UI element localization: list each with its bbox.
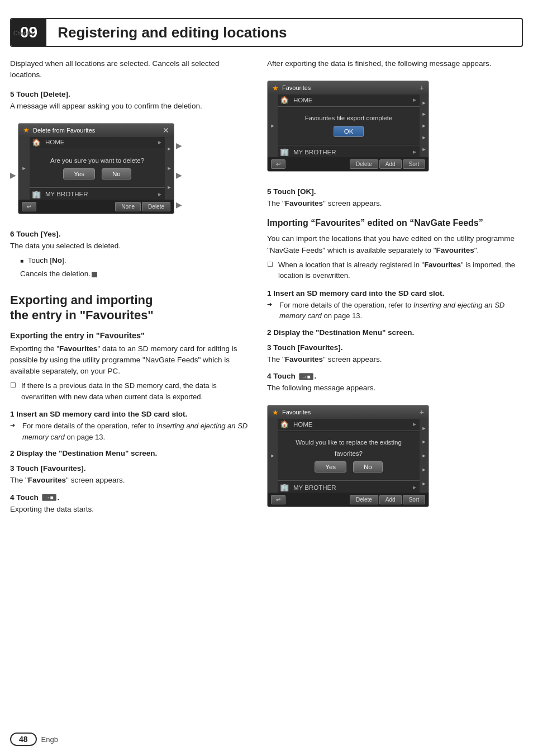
import-section-title: Importing “Favourites” edited on “NavGat… <box>267 218 523 229</box>
ss1-delete-btn[interactable]: Delete <box>142 202 170 211</box>
ss1-dialog-text: Are you sure you want to delete? <box>50 157 144 164</box>
ss1-icon: ★ <box>23 126 30 134</box>
ss3-delete-btn[interactable]: Delete <box>350 495 378 504</box>
ss1-no-btn[interactable]: No <box>102 168 131 179</box>
ss2-dialog: Favourites file export complete OK <box>278 108 420 144</box>
ss3-brother-arrow: ► <box>412 484 417 490</box>
export-note: If there is a previous data in the SD me… <box>10 380 250 402</box>
ss1-divider1 <box>30 149 165 149</box>
ss3-home-icon: 🏠 <box>280 420 290 428</box>
ss2-header-text: Favourites <box>282 84 311 91</box>
step5r-body: The "Favourites" screen appears. <box>267 198 523 209</box>
left-arrow-1: ▶ <box>10 171 16 179</box>
page-number: 48 <box>10 733 37 746</box>
right-intro: After exporting the data is finished, th… <box>267 58 523 69</box>
ss3-icon: ★ <box>272 408 279 417</box>
chapter-title: Registering and editing locations <box>58 24 287 41</box>
ss3-r5: ► <box>422 481 427 486</box>
ss3-dialog-buttons: Yes No <box>315 461 382 472</box>
ss1-right-arrows: ► ► ► <box>165 137 174 200</box>
ss3-r2: ► <box>422 439 427 445</box>
ss1-row-home: 🏠 HOME ► <box>30 137 165 148</box>
step5-body: A message will appear asking you to conf… <box>10 101 250 112</box>
ss2-icon: ★ <box>272 84 279 92</box>
ss3-home-label: HOME <box>293 421 313 428</box>
step6-body: The data you selected is deleted. <box>10 240 250 252</box>
ss3-content: 🏠 HOME ► Would you like to replace the e… <box>278 419 420 493</box>
ss2-plus: + <box>420 83 424 92</box>
ss2-r2: ► <box>422 111 427 117</box>
import-step3-body: The "Favourites" screen appears. <box>267 354 523 365</box>
ss3-spacer <box>287 495 349 504</box>
ss3-sort-btn[interactable]: Sort <box>403 495 425 504</box>
ss2-back-btn[interactable]: ↩ <box>271 159 285 169</box>
chapter-label: Chapter <box>13 30 34 36</box>
ss2-left-arr: ► <box>270 123 275 129</box>
ss1-none-btn[interactable]: None <box>115 202 141 211</box>
ss1-brother-icon: 🏢 <box>32 190 42 199</box>
ss2-divider <box>278 106 420 107</box>
ss1-body-container: ► 🏠 HOME ► Are you sure you want to dele… <box>18 137 174 200</box>
import-step2-label: 2 Display the "Destination Menu" screen. <box>267 328 523 337</box>
ss3-no-btn[interactable]: No <box>353 461 383 472</box>
ss3-left-arr: ► <box>270 453 275 459</box>
export-body: Exporting the "Favourites" data to an SD… <box>10 343 250 377</box>
subsection-export: Exporting the entry in "Favourites" <box>10 331 250 340</box>
step6-label: 6 Touch [Yes]. <box>10 230 250 238</box>
ss1-header: ★ Delete from Favourites ✕ <box>18 124 174 137</box>
ss3-add-btn[interactable]: Add <box>379 495 402 504</box>
ss2-row-brother: 🏢 MY BROTHER ► <box>278 147 420 157</box>
ss1-yes-btn[interactable]: Yes <box>63 168 95 179</box>
ss2-header: ★ Favourites + <box>268 81 429 94</box>
right-arrow-2: ▶ <box>176 171 182 179</box>
ss3-plus: + <box>420 408 424 417</box>
screenshot-3: ★ Favourites + ► 🏠 HOME ► <box>267 405 429 507</box>
right-arrow-3: ▶ <box>176 201 182 209</box>
import-step1-note: For more details of the operation, refer… <box>267 300 523 322</box>
ss1-row-brother: 🏢 MY BROTHER ► <box>30 189 165 200</box>
ss2-ok-btn[interactable]: OK <box>334 126 364 137</box>
intro-text: Displayed when all locations are selecte… <box>10 58 250 81</box>
ss3-yes-btn[interactable]: Yes <box>315 461 346 472</box>
ss1-home-label: HOME <box>45 139 65 145</box>
ss1-home-arrow: ► <box>157 139 163 145</box>
ss1-dialog: Are you sure you want to delete? Yes No <box>30 150 165 186</box>
ss2-left-col: ► <box>268 94 278 157</box>
ss1-right-arr-3: ► <box>167 185 172 190</box>
ss3-divider <box>278 431 420 431</box>
ss2-footer: ↩ Delete Add Sort <box>268 157 429 171</box>
ss2-add-btn[interactable]: Add <box>379 159 402 169</box>
ss1-left-arr-1: ► <box>22 166 27 171</box>
screenshot-export-complete: ★ Favourites + ► 🏠 HOME ► <box>267 75 523 179</box>
ss2-delete-btn[interactable]: Delete <box>350 159 378 169</box>
ss1-right-arr-1: ► <box>167 146 172 152</box>
ss2-row-home: 🏠 HOME ► <box>278 94 420 105</box>
step5-label: 5 Touch [Delete]. <box>10 90 250 98</box>
ss2-brother-icon: 🏢 <box>280 148 290 156</box>
ss1-left-arrows: ► <box>18 137 30 200</box>
ss1-dialog-buttons: Yes No <box>63 168 131 179</box>
ss1-back-btn[interactable]: ↩ <box>22 202 36 211</box>
ss2-r5: ► <box>422 147 427 152</box>
ss2-r4: ► <box>422 135 427 140</box>
ss3-header-text: Favourites <box>282 409 311 415</box>
step6-cancel: Cancels the deletion. <box>10 268 250 280</box>
screenshot-1: ★ Delete from Favourites ✕ ► 🏠 HOME ► <box>18 123 174 214</box>
ss2-home-arrow: ► <box>412 97 417 103</box>
export-step3-label: 3 Touch [Favourites]. <box>10 464 250 472</box>
ss3-header: ★ Favourites + <box>268 405 429 419</box>
ss1-close: ✕ <box>163 126 169 135</box>
export-step2-label: 2 Display the "Destination Menu" screen. <box>10 449 250 457</box>
ss1-header-text: Delete from Favourites <box>33 127 95 134</box>
ss2-sort-btn[interactable]: Sort <box>403 159 425 169</box>
ss3-dialog: Would you like to replace the existing f… <box>278 432 420 479</box>
ss3-dialog-text2: favorites? <box>335 450 363 457</box>
import-note: When a location that is already register… <box>267 259 523 281</box>
ss3-left-col: ► <box>268 419 278 493</box>
ss3-divider2 <box>278 480 420 481</box>
ss3-r3: ► <box>422 453 427 459</box>
import-body: You can import the locations that you ha… <box>267 233 523 256</box>
ss2-content: 🏠 HOME ► Favourites file export complete… <box>278 94 420 157</box>
ss3-back-btn[interactable]: ↩ <box>271 495 285 504</box>
ss1-brother-label: MY BROTHER <box>45 191 88 197</box>
